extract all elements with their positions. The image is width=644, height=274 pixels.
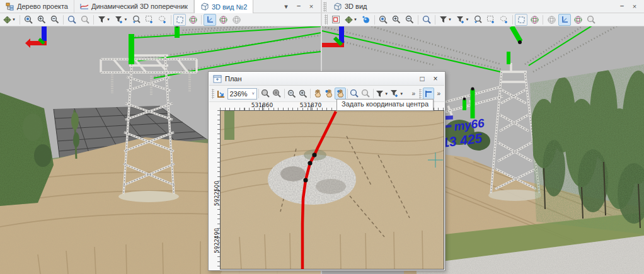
orbit-button[interactable] bbox=[528, 14, 541, 26]
toolbar-drag-handle[interactable] bbox=[212, 89, 214, 99]
fit-view-button[interactable] bbox=[216, 88, 227, 100]
filter-button[interactable]: ▼ bbox=[437, 14, 454, 26]
close-button[interactable]: × bbox=[307, 3, 316, 10]
toolbar-overflow-button-2[interactable]: » bbox=[434, 90, 443, 97]
tab-3d-view[interactable]: 3D вид bbox=[328, 0, 373, 13]
zoom-out-button[interactable] bbox=[403, 14, 416, 26]
3d-view-icon bbox=[200, 3, 209, 11]
select-zoom-icon bbox=[473, 15, 483, 25]
toolbar-overflow-button[interactable]: » bbox=[409, 90, 418, 97]
filter-add-button[interactable]: ▼ bbox=[454, 14, 471, 26]
zoom-in-icon bbox=[392, 15, 401, 24]
close-button[interactable]: × bbox=[630, 3, 639, 10]
filter-button[interactable]: ▼ bbox=[96, 14, 112, 26]
zoom-window-icon bbox=[422, 15, 432, 25]
toolbar-drag-handle-2[interactable] bbox=[419, 89, 422, 99]
zoom-model-icon bbox=[272, 89, 282, 98]
point-size-button[interactable] bbox=[360, 14, 372, 26]
zoom-out-icon bbox=[405, 15, 414, 24]
orient-cube-button[interactable]: ▼ bbox=[343, 14, 359, 26]
point-size-icon bbox=[362, 15, 371, 24]
orient-cube-button[interactable]: ▼ bbox=[1, 14, 18, 26]
viewport-icon bbox=[331, 15, 340, 24]
select-polygon-icon bbox=[500, 15, 509, 24]
left-window-controls: ▾ – × bbox=[277, 0, 321, 13]
grid-corner-button[interactable] bbox=[423, 88, 434, 100]
select-polygon-button[interactable] bbox=[156, 14, 169, 26]
show-axes-button[interactable] bbox=[204, 14, 216, 26]
minimize-button[interactable]: – bbox=[294, 2, 303, 9]
caret-down-icon: ▼ bbox=[12, 18, 16, 21]
zoom-in-icon bbox=[299, 89, 308, 98]
filter-icon bbox=[439, 16, 447, 23]
free-rotate-button[interactable] bbox=[545, 14, 558, 26]
application-window: Дерево проекта Динамический 3D поперечни… bbox=[0, 0, 644, 274]
zoom-in-button[interactable] bbox=[297, 88, 309, 100]
left-toolbar: ▼ ▼ ▼ bbox=[0, 13, 321, 26]
rotate-view-button[interactable] bbox=[217, 14, 229, 26]
zoom-previous-button[interactable] bbox=[79, 14, 91, 26]
show-axes-button[interactable] bbox=[558, 14, 571, 26]
filter-add-button[interactable]: ▼ bbox=[113, 14, 129, 26]
zoom-selected-button[interactable] bbox=[260, 88, 272, 100]
zoom-level-combo[interactable]: 236% ˅ bbox=[227, 88, 257, 100]
show-axes-icon bbox=[560, 15, 569, 24]
show-frame-icon bbox=[176, 16, 184, 24]
pan-button[interactable] bbox=[312, 88, 323, 100]
right-window-controls: – × bbox=[612, 0, 644, 13]
zoom-in-button[interactable] bbox=[390, 14, 403, 26]
zoom-window-icon bbox=[67, 15, 77, 25]
rotate-view-button[interactable] bbox=[572, 14, 584, 26]
plan-map-scene bbox=[221, 111, 444, 270]
select-zoom-button[interactable] bbox=[471, 14, 484, 26]
toolbar-drag-handle[interactable] bbox=[325, 14, 328, 25]
drag-handle[interactable] bbox=[323, 2, 326, 12]
combo-caret-icon: ˅ bbox=[252, 91, 255, 96]
show-frame-button[interactable] bbox=[515, 14, 527, 26]
zoom-selected-button[interactable] bbox=[377, 14, 389, 26]
filter-button[interactable]: ▼ bbox=[375, 88, 389, 100]
set-center-tooltip: Задать координаты центра bbox=[336, 99, 434, 111]
zoom-out-button[interactable] bbox=[286, 88, 297, 100]
zoom-selected-button[interactable] bbox=[22, 14, 35, 26]
zoom-previous-button[interactable] bbox=[585, 14, 597, 26]
zoom-out-button[interactable] bbox=[49, 14, 61, 26]
free-rotate-button[interactable] bbox=[230, 14, 243, 26]
free-rotate-icon bbox=[232, 15, 241, 25]
filter-add-button[interactable]: ▼ bbox=[389, 88, 404, 100]
set-center-button[interactable] bbox=[335, 88, 346, 100]
tab-project-tree[interactable]: Дерево проекта bbox=[0, 0, 74, 13]
show-frame-button[interactable] bbox=[173, 14, 186, 26]
close-button[interactable]: × bbox=[430, 74, 440, 83]
select-rect-button[interactable] bbox=[143, 14, 156, 26]
maximize-button[interactable]: □ bbox=[417, 74, 427, 83]
caret-down-icon: ▼ bbox=[124, 18, 128, 21]
select-zoom-icon bbox=[132, 15, 141, 25]
filter-add-icon bbox=[456, 16, 465, 24]
zoom-in-button[interactable] bbox=[35, 14, 48, 26]
pan-realtime-button[interactable] bbox=[323, 88, 335, 100]
zoom-window-button[interactable] bbox=[349, 88, 360, 100]
plan-map-view[interactable] bbox=[220, 110, 444, 270]
select-rect-button[interactable] bbox=[485, 14, 497, 26]
zoom-window-button[interactable] bbox=[420, 14, 433, 26]
tab-3d-view-2[interactable]: 3D вид №2 bbox=[194, 0, 254, 13]
tab-dynamic-cross-section[interactable]: Динамический 3D поперечник bbox=[74, 0, 194, 13]
zoom-window-button[interactable] bbox=[66, 14, 78, 26]
select-polygon-icon bbox=[158, 15, 167, 24]
zoom-previous-button[interactable] bbox=[360, 88, 372, 100]
ruler-y-label: 5922500 bbox=[214, 181, 220, 206]
tab-menu-button[interactable]: ▾ bbox=[282, 3, 290, 11]
select-polygon-button[interactable] bbox=[498, 14, 510, 26]
orbit-button[interactable] bbox=[187, 14, 199, 26]
tabbar-spacer bbox=[253, 0, 277, 13]
project-tree-icon bbox=[6, 3, 14, 11]
show-frame-icon bbox=[517, 16, 526, 24]
filter-add-icon bbox=[115, 16, 124, 24]
pan-hand-icon bbox=[336, 89, 345, 98]
viewport-button[interactable] bbox=[330, 14, 342, 26]
minimize-button[interactable]: – bbox=[618, 2, 626, 9]
plan-titlebar[interactable]: План □ × bbox=[209, 72, 444, 86]
zoom-model-button[interactable] bbox=[272, 88, 283, 100]
select-zoom-button[interactable] bbox=[130, 14, 142, 26]
